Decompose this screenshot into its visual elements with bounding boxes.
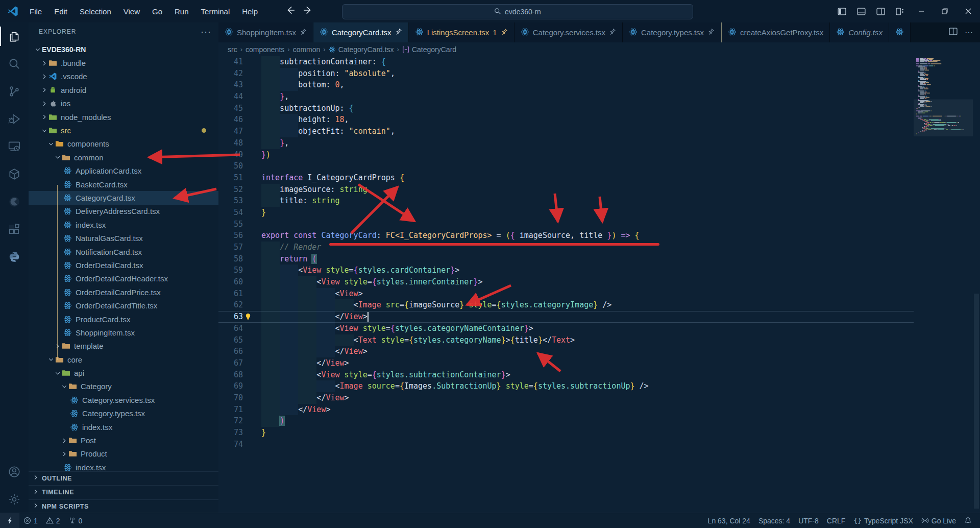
code-line-41[interactable]: 41 subtractionContainer: { xyxy=(218,56,914,68)
pin-icon[interactable] xyxy=(300,28,307,37)
forward-arrow-icon[interactable] xyxy=(303,6,312,17)
menu-file[interactable]: File xyxy=(24,5,47,18)
code-line-60[interactable]: 60 <View style={styles.innerContainer}> xyxy=(218,276,914,288)
activity-accounts-icon[interactable] xyxy=(0,458,29,486)
section-npm-scripts[interactable]: NPM SCRIPTS xyxy=(29,499,218,514)
activity-search-icon[interactable] xyxy=(0,50,29,78)
toggle-panel-icon[interactable] xyxy=(851,0,871,22)
menu-run[interactable]: Run xyxy=(169,5,194,18)
code-line-53[interactable]: 53 title: string xyxy=(218,195,914,207)
menu-selection[interactable]: Selection xyxy=(75,5,116,18)
tree-folder-src[interactable]: src xyxy=(29,124,218,137)
restore-button[interactable] xyxy=(933,0,957,22)
tree-file-index-tsx[interactable]: index.tsx xyxy=(29,420,218,434)
tree-file-category-services-tsx[interactable]: Category.services.tsx xyxy=(29,393,218,406)
code-line-59[interactable]: 59 <View style={styles.cardContainer}> xyxy=(218,265,914,276)
code-line-46[interactable]: 46 height: 18, xyxy=(218,114,914,126)
code-line-44[interactable]: 44 }, xyxy=(218,91,914,103)
menu-terminal[interactable]: Terminal xyxy=(196,5,235,18)
activity-source-control-icon[interactable] xyxy=(0,78,29,105)
tab-config-tsx[interactable]: Config.tsx xyxy=(830,22,889,42)
tab-partial[interactable] xyxy=(889,22,911,42)
tree-folder-evde360-rn[interactable]: EVDE360-RN xyxy=(29,43,218,56)
tree-file-category-types-tsx[interactable]: Category.types.tsx xyxy=(29,407,218,420)
code-editor[interactable]: 41 subtractionContainer: {42 position: "… xyxy=(218,56,980,513)
code-line-45[interactable]: 45 subtractionUp: { xyxy=(218,103,914,114)
editor-scrollbar[interactable] xyxy=(973,56,980,513)
tree-folder-product[interactable]: Product xyxy=(29,447,218,461)
menu-edit[interactable]: Edit xyxy=(49,5,72,18)
command-center[interactable]: evde360-rn xyxy=(342,4,693,19)
menu-view[interactable]: View xyxy=(118,5,145,18)
breadcrumb-item-categorycard[interactable]: CategoryCard xyxy=(402,45,456,54)
status-go-live[interactable]: Go Live xyxy=(917,513,960,528)
toggle-primary-sidebar-icon[interactable] xyxy=(832,0,851,22)
activity-python-icon[interactable] xyxy=(0,243,29,271)
code-line-62[interactable]: 62 <Image src={imageSource} style={style… xyxy=(218,299,914,311)
status-eol[interactable]: CRLF xyxy=(823,513,850,528)
minimize-button[interactable] xyxy=(910,0,933,22)
code-line-52[interactable]: 52 imageSource: string xyxy=(218,184,914,196)
code-line-42[interactable]: 42 position: "absolute", xyxy=(218,68,914,80)
code-line-54[interactable]: 54} xyxy=(218,207,914,219)
close-button[interactable] xyxy=(957,0,980,22)
code-line-72[interactable]: 72 ) xyxy=(218,415,914,427)
tab-shoppingitem-tsx[interactable]: ShoppingItem.tsx xyxy=(218,22,313,42)
code-line-47[interactable]: 47 objectFit: "contain", xyxy=(218,126,914,137)
code-line-71[interactable]: 71 </View> xyxy=(218,404,914,416)
customize-layout-icon[interactable] xyxy=(890,0,910,22)
status-encoding[interactable]: UTF-8 xyxy=(794,513,823,528)
activity-dependencies-icon[interactable] xyxy=(0,160,29,188)
back-arrow-icon[interactable] xyxy=(286,6,295,17)
status-errors[interactable]: 1 xyxy=(19,513,42,528)
code-line-51[interactable]: 51interface I_CategoryCardProps { xyxy=(218,172,914,184)
tab-createaxiosgetproxy-tsx[interactable]: createAxiosGetProxy.tsx xyxy=(721,22,830,42)
tab-category-services-tsx[interactable]: Category.services.tsx xyxy=(514,22,623,42)
status-notifications[interactable] xyxy=(960,513,976,528)
code-line-63[interactable]: 63 </View> xyxy=(218,311,914,323)
breadcrumb-item-components[interactable]: components xyxy=(246,45,284,54)
activity-extensions-icon[interactable] xyxy=(0,215,29,243)
pin-icon[interactable] xyxy=(395,28,402,37)
section-outline[interactable]: OUTLINE xyxy=(29,471,218,486)
activity-explorer-icon[interactable] xyxy=(0,22,29,50)
code-line-70[interactable]: 70 </View> xyxy=(218,392,914,404)
code-line-55[interactable]: 55 xyxy=(218,219,914,230)
tree-folder-components[interactable]: components xyxy=(29,137,218,151)
status-language-mode[interactable]: {}TypeScript JSX xyxy=(849,513,917,528)
activity-run-and-debug-icon[interactable] xyxy=(0,105,29,133)
activity-extension-logo-icon[interactable] xyxy=(0,188,29,215)
menu-go[interactable]: Go xyxy=(147,5,167,18)
toggle-secondary-sidebar-icon[interactable] xyxy=(871,0,890,22)
activity-remote-explorer-icon[interactable] xyxy=(0,133,29,160)
tree-folder-post[interactable]: Post xyxy=(29,434,218,447)
code-line-49[interactable]: 49}) xyxy=(218,149,914,161)
tree-folder-api[interactable]: api xyxy=(29,366,218,379)
tab-categorycard-tsx[interactable]: CategoryCard.tsx xyxy=(313,22,409,42)
tree-folder--bundle[interactable]: .bundle xyxy=(29,56,218,69)
tree-folder-ios[interactable]: ios xyxy=(29,97,218,110)
tab-category-types-tsx[interactable]: Category.types.tsx xyxy=(623,22,721,42)
tree-folder--vscode[interactable]: .vscode xyxy=(29,70,218,83)
tree-file-applicationcard-tsx[interactable]: ApplicationCard.tsx xyxy=(29,164,218,178)
pin-icon[interactable] xyxy=(501,28,508,37)
status-indentation[interactable]: Spaces: 4 xyxy=(754,513,794,528)
status-cursor-position[interactable]: Ln 63, Col 24 xyxy=(704,513,754,528)
tree-folder-android[interactable]: android xyxy=(29,83,218,97)
code-line-57[interactable]: 57 // Render xyxy=(218,242,914,253)
code-line-73[interactable]: 73} xyxy=(218,427,914,439)
code-line-67[interactable]: 67 </View> xyxy=(218,357,914,369)
status-ports[interactable]: 0 xyxy=(64,513,87,528)
tree-folder-common[interactable]: common xyxy=(29,151,218,164)
explorer-more-actions-icon[interactable]: ··· xyxy=(201,27,211,37)
code-line-65[interactable]: 65 <Text style={styles.categoryName}>{ti… xyxy=(218,334,914,346)
minimap[interactable] xyxy=(914,56,973,513)
tree-folder-category[interactable]: Category xyxy=(29,380,218,393)
status-warnings[interactable]: 2 xyxy=(42,513,64,528)
tree-folder-node-modules[interactable]: node_modules xyxy=(29,110,218,124)
code-line-56[interactable]: 56export const CategoryCard: FC<I_Catego… xyxy=(218,230,914,242)
code-line-58[interactable]: 58 return ( xyxy=(218,253,914,265)
code-line-68[interactable]: 68 <View style={styles.subtractionContai… xyxy=(218,369,914,381)
breadcrumb-item-common[interactable]: common xyxy=(293,45,321,54)
breadcrumb-item-categorycard-tsx[interactable]: CategoryCard.tsx xyxy=(329,45,394,54)
